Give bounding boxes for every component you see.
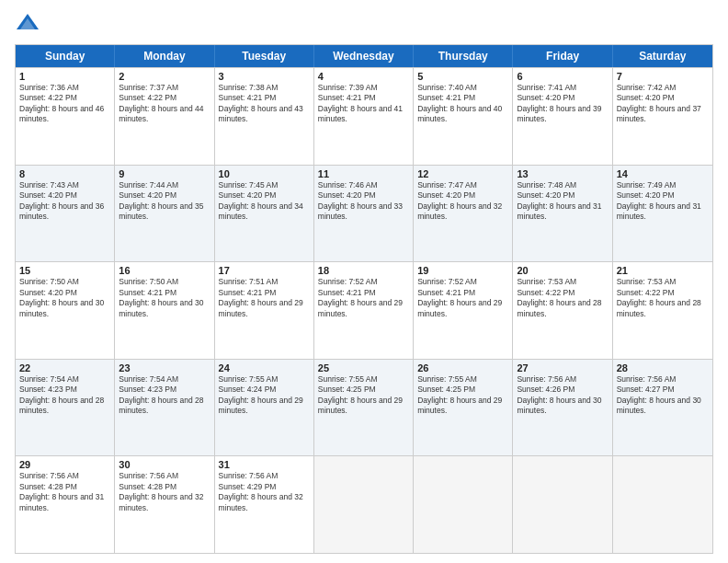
- calendar: SundayMondayTuesdayWednesdayThursdayFrid…: [15, 44, 713, 554]
- calendar-cell: 17 Sunrise: 7:51 AMSunset: 4:21 PMDaylig…: [215, 262, 314, 359]
- cell-content: Sunrise: 7:51 AMSunset: 4:21 PMDaylight:…: [219, 277, 303, 317]
- calendar-cell: [513, 456, 612, 553]
- day-number: 25: [318, 362, 409, 373]
- calendar-cell: 30 Sunrise: 7:56 AMSunset: 4:28 PMDaylig…: [115, 456, 214, 553]
- cell-content: Sunrise: 7:53 AMSunset: 4:22 PMDaylight:…: [617, 277, 701, 317]
- day-number: 19: [417, 265, 508, 276]
- calendar-week-5: 29 Sunrise: 7:56 AMSunset: 4:28 PMDaylig…: [16, 455, 712, 553]
- day-number: 13: [517, 168, 608, 179]
- calendar-cell: 8 Sunrise: 7:43 AMSunset: 4:20 PMDayligh…: [16, 166, 115, 262]
- calendar-header-row: SundayMondayTuesdayWednesdayThursdayFrid…: [16, 45, 712, 67]
- day-number: 9: [119, 168, 210, 179]
- day-number: 10: [219, 168, 310, 179]
- day-number: 23: [119, 362, 210, 373]
- calendar-cell: 22 Sunrise: 7:54 AMSunset: 4:23 PMDaylig…: [16, 360, 115, 456]
- calendar-cell: 19 Sunrise: 7:52 AMSunset: 4:21 PMDaylig…: [414, 262, 513, 359]
- cell-content: Sunrise: 7:55 AMSunset: 4:25 PMDaylight:…: [318, 374, 403, 415]
- day-number: 18: [318, 265, 409, 276]
- calendar-cell: 21 Sunrise: 7:53 AMSunset: 4:22 PMDaylig…: [613, 262, 712, 359]
- day-number: 28: [617, 362, 709, 373]
- calendar-cell: [613, 456, 712, 553]
- cell-content: Sunrise: 7:54 AMSunset: 4:23 PMDaylight:…: [19, 374, 104, 415]
- header: [15, 11, 713, 37]
- calendar-cell: 16 Sunrise: 7:50 AMSunset: 4:21 PMDaylig…: [115, 262, 214, 359]
- calendar-week-4: 22 Sunrise: 7:54 AMSunset: 4:23 PMDaylig…: [16, 359, 712, 456]
- calendar-cell: 10 Sunrise: 7:45 AMSunset: 4:20 PMDaylig…: [215, 166, 314, 262]
- day-number: 7: [617, 71, 709, 82]
- cell-content: Sunrise: 7:48 AMSunset: 4:20 PMDaylight:…: [517, 180, 601, 221]
- day-number: 3: [219, 71, 310, 82]
- cell-content: Sunrise: 7:52 AMSunset: 4:21 PMDaylight:…: [318, 277, 403, 317]
- cell-content: Sunrise: 7:39 AMSunset: 4:21 PMDaylight:…: [318, 83, 403, 123]
- calendar-body: 1 Sunrise: 7:36 AMSunset: 4:22 PMDayligh…: [16, 67, 712, 553]
- logo-icon: [15, 11, 40, 37]
- header-day-friday: Friday: [513, 45, 612, 67]
- cell-content: Sunrise: 7:55 AMSunset: 4:25 PMDaylight:…: [417, 374, 502, 415]
- day-number: 15: [19, 265, 110, 276]
- calendar-week-1: 1 Sunrise: 7:36 AMSunset: 4:22 PMDayligh…: [16, 67, 712, 165]
- cell-content: Sunrise: 7:52 AMSunset: 4:21 PMDaylight:…: [417, 277, 502, 317]
- cell-content: Sunrise: 7:44 AMSunset: 4:20 PMDaylight:…: [119, 180, 203, 221]
- calendar-cell: 11 Sunrise: 7:46 AMSunset: 4:20 PMDaylig…: [314, 166, 414, 262]
- header-day-sunday: Sunday: [16, 45, 115, 67]
- cell-content: Sunrise: 7:56 AMSunset: 4:28 PMDaylight:…: [19, 471, 104, 511]
- day-number: 21: [617, 265, 709, 276]
- calendar-cell: 15 Sunrise: 7:50 AMSunset: 4:20 PMDaylig…: [16, 262, 115, 359]
- header-day-wednesday: Wednesday: [314, 45, 414, 67]
- calendar-week-2: 8 Sunrise: 7:43 AMSunset: 4:20 PMDayligh…: [16, 165, 712, 262]
- cell-content: Sunrise: 7:43 AMSunset: 4:20 PMDaylight:…: [19, 180, 104, 221]
- day-number: 5: [417, 71, 508, 82]
- cell-content: Sunrise: 7:45 AMSunset: 4:20 PMDaylight:…: [219, 180, 303, 221]
- calendar-cell: 9 Sunrise: 7:44 AMSunset: 4:20 PMDayligh…: [115, 166, 214, 262]
- header-day-thursday: Thursday: [414, 45, 513, 67]
- calendar-cell: 25 Sunrise: 7:55 AMSunset: 4:25 PMDaylig…: [314, 360, 414, 456]
- day-number: 22: [19, 362, 110, 373]
- calendar-cell: 28 Sunrise: 7:56 AMSunset: 4:27 PMDaylig…: [613, 360, 712, 456]
- calendar-cell: 2 Sunrise: 7:37 AMSunset: 4:22 PMDayligh…: [115, 68, 214, 165]
- cell-content: Sunrise: 7:50 AMSunset: 4:21 PMDaylight:…: [119, 277, 203, 317]
- day-number: 24: [219, 362, 310, 373]
- header-day-saturday: Saturday: [613, 45, 712, 67]
- day-number: 27: [517, 362, 608, 373]
- day-number: 4: [318, 71, 409, 82]
- cell-content: Sunrise: 7:54 AMSunset: 4:23 PMDaylight:…: [119, 374, 203, 415]
- calendar-week-3: 15 Sunrise: 7:50 AMSunset: 4:20 PMDaylig…: [16, 261, 712, 359]
- day-number: 2: [119, 71, 210, 82]
- day-number: 20: [517, 265, 608, 276]
- page: SundayMondayTuesdayWednesdayThursdayFrid…: [0, 0, 728, 563]
- cell-content: Sunrise: 7:36 AMSunset: 4:22 PMDaylight:…: [19, 83, 104, 123]
- calendar-cell: 26 Sunrise: 7:55 AMSunset: 4:25 PMDaylig…: [414, 360, 513, 456]
- day-number: 16: [119, 265, 210, 276]
- cell-content: Sunrise: 7:53 AMSunset: 4:22 PMDaylight:…: [517, 277, 601, 317]
- calendar-cell: 20 Sunrise: 7:53 AMSunset: 4:22 PMDaylig…: [513, 262, 612, 359]
- calendar-cell: 5 Sunrise: 7:40 AMSunset: 4:21 PMDayligh…: [414, 68, 513, 165]
- cell-content: Sunrise: 7:55 AMSunset: 4:24 PMDaylight:…: [219, 374, 303, 415]
- cell-content: Sunrise: 7:40 AMSunset: 4:21 PMDaylight:…: [417, 83, 502, 123]
- cell-content: Sunrise: 7:49 AMSunset: 4:20 PMDaylight:…: [617, 180, 701, 221]
- day-number: 26: [417, 362, 508, 373]
- cell-content: Sunrise: 7:50 AMSunset: 4:20 PMDaylight:…: [19, 277, 104, 317]
- calendar-cell: 3 Sunrise: 7:38 AMSunset: 4:21 PMDayligh…: [215, 68, 314, 165]
- header-day-monday: Monday: [115, 45, 214, 67]
- logo: [15, 11, 44, 37]
- cell-content: Sunrise: 7:41 AMSunset: 4:20 PMDaylight:…: [517, 83, 601, 123]
- cell-content: Sunrise: 7:46 AMSunset: 4:20 PMDaylight:…: [318, 180, 403, 221]
- day-number: 8: [19, 168, 110, 179]
- day-number: 11: [318, 168, 409, 179]
- calendar-cell: 1 Sunrise: 7:36 AMSunset: 4:22 PMDayligh…: [16, 68, 115, 165]
- day-number: 31: [219, 459, 310, 470]
- cell-content: Sunrise: 7:42 AMSunset: 4:20 PMDaylight:…: [617, 83, 701, 123]
- cell-content: Sunrise: 7:56 AMSunset: 4:27 PMDaylight:…: [617, 374, 701, 415]
- calendar-cell: 7 Sunrise: 7:42 AMSunset: 4:20 PMDayligh…: [613, 68, 712, 165]
- calendar-cell: 12 Sunrise: 7:47 AMSunset: 4:20 PMDaylig…: [414, 166, 513, 262]
- cell-content: Sunrise: 7:56 AMSunset: 4:26 PMDaylight:…: [517, 374, 601, 415]
- day-number: 14: [617, 168, 709, 179]
- header-day-tuesday: Tuesday: [215, 45, 314, 67]
- day-number: 1: [19, 71, 110, 82]
- calendar-cell: 29 Sunrise: 7:56 AMSunset: 4:28 PMDaylig…: [16, 456, 115, 553]
- day-number: 17: [219, 265, 310, 276]
- cell-content: Sunrise: 7:47 AMSunset: 4:20 PMDaylight:…: [417, 180, 502, 221]
- cell-content: Sunrise: 7:56 AMSunset: 4:28 PMDaylight:…: [119, 471, 203, 511]
- calendar-cell: 18 Sunrise: 7:52 AMSunset: 4:21 PMDaylig…: [314, 262, 414, 359]
- day-number: 6: [517, 71, 608, 82]
